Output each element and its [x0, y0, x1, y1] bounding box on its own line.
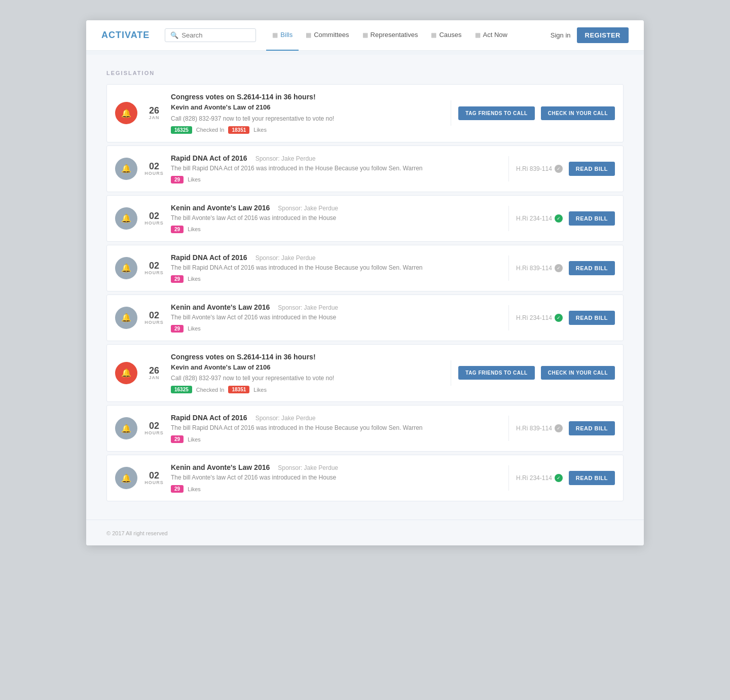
section-title: LEGISLATION: [106, 70, 624, 76]
divider: [451, 100, 451, 126]
bill-status-icon: ✓: [555, 474, 563, 482]
representatives-icon: ▦: [362, 31, 368, 39]
nav-item-committees[interactable]: ▦ Committees: [300, 20, 355, 51]
avatar: 🔔: [115, 257, 137, 279]
search-icon: 🔍: [170, 31, 178, 39]
item-actions: H.Ri 234-114 ✓ READ BILL: [516, 211, 615, 226]
read-bill-button[interactable]: READ BILL: [569, 471, 615, 485]
item-actions: H.Ri 234-114 ✓ READ BILL: [516, 311, 615, 325]
item-content: Rapid DNA Act of 2016 Sponsor: Jake Perd…: [171, 154, 501, 183]
item-tags: 29 Likes: [171, 275, 501, 283]
nav-item-causes[interactable]: ▦ Causes: [425, 20, 467, 51]
list-item: 🔔 26 JAN Congress votes on S.2614-114 in…: [106, 84, 624, 142]
item-title-row: Rapid DNA Act of 2016 Sponsor: Jake Perd…: [171, 253, 501, 262]
item-content: Rapid DNA Act of 2016 Sponsor: Jake Perd…: [171, 253, 501, 283]
avatar: 🔔: [115, 158, 137, 180]
nav-item-act-now[interactable]: ▦ Act Now: [469, 20, 514, 51]
hours-badge: 02 HOURS: [144, 261, 164, 275]
bell-icon: 🔔: [121, 213, 131, 223]
list-item: 🔔 02 HOURS Kenin and Avonte's Law 2016 S…: [106, 195, 624, 242]
bell-icon: 🔔: [121, 368, 131, 378]
check-in-button[interactable]: CHECK IN YOUR CALL: [541, 366, 615, 380]
likes-badge: 18351: [228, 126, 249, 134]
footer-copyright: © 2017 All right reserved: [106, 530, 168, 536]
item-content: Rapid DNA Act of 2016 Sponsor: Jake Perd…: [171, 414, 501, 443]
sign-in-link[interactable]: Sign in: [551, 31, 571, 39]
item-tags: 29 Likes: [171, 176, 501, 183]
read-bill-button[interactable]: READ BILL: [569, 421, 615, 435]
item-content: Kenin and Avonte's Law 2016 Sponsor: Jak…: [171, 463, 501, 493]
bill-ref: H.Ri 839-114 ✓: [516, 264, 563, 272]
item-actions: H.Ri 839-114 ✓ READ BILL: [516, 421, 615, 435]
hours-badge: 02 HOURS: [144, 211, 164, 226]
divider: [508, 416, 509, 441]
nav-item-bills[interactable]: ▦ Bills: [266, 20, 299, 51]
item-tags: 16325 Checked In 18351 Likes: [171, 126, 444, 134]
hours-badge: 02 HOURS: [144, 471, 164, 485]
act-now-icon: ▦: [475, 31, 481, 39]
item-tags: 29 Likes: [171, 325, 501, 333]
date-badge: 26 JAN: [144, 106, 164, 120]
logo: ACTIVATE: [101, 30, 150, 41]
item-title-row: Kenin and Avonte's Law 2016 Sponsor: Jak…: [171, 204, 501, 212]
item-actions: H.Ri 234-114 ✓ READ BILL: [516, 471, 615, 485]
committees-icon: ▦: [306, 31, 311, 39]
causes-icon: ▦: [431, 31, 436, 39]
avatar: 🔔: [115, 102, 137, 124]
divider: [508, 305, 509, 330]
bill-status-icon: ✓: [555, 214, 563, 223]
header: ACTIVATE 🔍 ▦ Bills ▦ Committees ▦ Repres…: [86, 20, 644, 51]
tag-friends-button[interactable]: TAG FRIENDS TO CALL: [458, 366, 534, 380]
item-actions: TAG FRIENDS TO CALL CHECK IN YOUR CALL: [458, 106, 615, 120]
divider: [508, 465, 509, 491]
page-wrapper: ACTIVATE 🔍 ▦ Bills ▦ Committees ▦ Repres…: [86, 20, 644, 545]
list-item: 🔔 02 HOURS Kenin and Avonte's Law 2016 S…: [106, 294, 624, 341]
likes-badge: 29: [171, 226, 184, 233]
list-item: 🔔 02 HOURS Kenin and Avonte's Law 2016 S…: [106, 455, 624, 501]
checked-in-badge: 16325: [171, 126, 192, 134]
list-item: 🔔 02 HOURS Rapid DNA Act of 2016 Sponsor…: [106, 405, 624, 452]
item-tags: 16325 Checked In 18351 Likes: [171, 386, 444, 393]
nav-right: Sign in REGISTER: [551, 27, 629, 43]
bill-ref: H.Ri 234-114 ✓: [516, 214, 563, 223]
read-bill-button[interactable]: READ BILL: [569, 311, 615, 325]
bill-ref: H.Ri 839-114 ✓: [516, 424, 563, 432]
bell-icon: 🔔: [121, 263, 131, 273]
item-actions: TAG FRIENDS TO CALL CHECK IN YOUR CALL: [458, 366, 615, 380]
nav-item-representatives[interactable]: ▦ Representatives: [356, 20, 424, 51]
nav: ▦ Bills ▦ Committees ▦ Representatives ▦…: [266, 20, 540, 51]
checked-in-badge: 16325: [171, 386, 192, 393]
item-actions: H.Ri 839-114 ✓ READ BILL: [516, 261, 615, 275]
read-bill-button[interactable]: READ BILL: [569, 162, 615, 176]
item-title-row: Rapid DNA Act of 2016 Sponsor: Jake Perd…: [171, 414, 501, 422]
check-in-button[interactable]: CHECK IN YOUR CALL: [541, 106, 615, 120]
tag-friends-button[interactable]: TAG FRIENDS TO CALL: [458, 106, 534, 120]
item-title-row: Rapid DNA Act of 2016 Sponsor: Jake Perd…: [171, 154, 501, 162]
list-item: 🔔 02 HOURS Rapid DNA Act of 2016 Sponsor…: [106, 245, 624, 291]
bill-status-icon: ✓: [555, 165, 563, 173]
bills-icon: ▦: [272, 31, 278, 39]
likes-badge: 29: [171, 176, 184, 183]
bill-status-icon: ✓: [555, 314, 563, 322]
avatar: 🔔: [115, 467, 137, 489]
register-button[interactable]: REGISTER: [577, 27, 629, 43]
bill-ref: H.Ri 839-114 ✓: [516, 165, 563, 173]
search-box[interactable]: 🔍: [165, 28, 256, 42]
item-tags: 29 Likes: [171, 435, 501, 443]
search-input[interactable]: [181, 31, 250, 39]
main-content: LEGISLATION 🔔 26 JAN Congress votes on S…: [86, 55, 644, 520]
list-item: 🔔 26 JAN Congress votes on S.2614-114 in…: [106, 344, 624, 402]
item-title-row: Congress votes on S.2614-114 in 36 hours…: [171, 93, 444, 101]
item-tags: 29 Likes: [171, 485, 501, 493]
avatar: 🔔: [115, 207, 137, 230]
item-content: Kenin and Avonte's Law 2016 Sponsor: Jak…: [171, 204, 501, 233]
read-bill-button[interactable]: READ BILL: [569, 211, 615, 226]
bill-status-icon: ✓: [555, 264, 563, 272]
item-content: Congress votes on S.2614-114 in 36 hours…: [171, 353, 444, 394]
item-tags: 29 Likes: [171, 226, 501, 233]
item-content: Congress votes on S.2614-114 in 36 hours…: [171, 93, 444, 134]
bell-icon: 🔔: [121, 473, 131, 483]
likes-badge: 29: [171, 275, 184, 283]
avatar: 🔔: [115, 362, 137, 384]
read-bill-button[interactable]: READ BILL: [569, 261, 615, 275]
